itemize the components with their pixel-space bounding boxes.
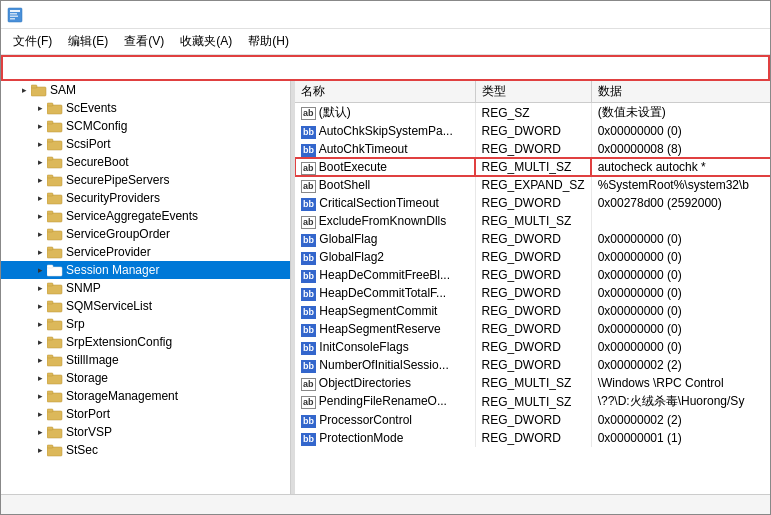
tree-item[interactable]: ▸ Storage [1,369,290,387]
tree-expand-btn[interactable]: ▸ [33,139,47,149]
folder-icon [47,353,63,367]
tree-pane[interactable]: ▸ SAM▸ ScEvents▸ SCMConfig▸ ScsiPort▸ Se… [1,81,291,494]
menu-item[interactable]: 查看(V) [116,31,172,52]
registry-row[interactable]: ab (默认)REG_SZ(数值未设置) [295,103,770,123]
menu-item[interactable]: 帮助(H) [240,31,297,52]
registry-row[interactable]: bb HeapSegmentReserveREG_DWORD0x00000000… [295,320,770,338]
registry-row[interactable]: ab ObjectDirectoriesREG_MULTI_SZ\Windows… [295,374,770,392]
status-bar [1,494,770,514]
tree-expand-btn[interactable]: ▸ [33,283,47,293]
tree-item[interactable]: ▸ ServiceProvider [1,243,290,261]
registry-cell-type: REG_DWORD [475,302,591,320]
tree-expand-btn[interactable]: ▸ [33,337,47,347]
tree-expand-btn[interactable]: ▸ [33,445,47,455]
tree-item[interactable]: ▸ StSec [1,441,290,459]
registry-row[interactable]: bb CriticalSectionTimeoutREG_DWORD0x0027… [295,194,770,212]
registry-row[interactable]: bb InitConsoleFlagsREG_DWORD0x00000000 (… [295,338,770,356]
svg-rect-30 [47,301,53,304]
col-name[interactable]: 名称 [295,81,475,103]
registry-row[interactable]: bb HeapDeCommitTotalF...REG_DWORD0x00000… [295,284,770,302]
tree-item[interactable]: ▸ SecurityProviders [1,189,290,207]
tree-item[interactable]: ▸ StorPort [1,405,290,423]
tree-item[interactable]: ▸ SecureBoot [1,153,290,171]
folder-icon [47,443,63,457]
tree-expand-btn[interactable]: ▸ [33,211,47,221]
col-data[interactable]: 数据 [591,81,770,103]
registry-row[interactable]: bb GlobalFlagREG_DWORD0x00000000 (0) [295,230,770,248]
registry-row[interactable]: bb ProtectionModeREG_DWORD0x00000001 (1) [295,429,770,447]
svg-rect-21 [47,231,62,240]
tree-item[interactable]: ▸ ScsiPort [1,135,290,153]
tree-expand-btn[interactable]: ▸ [33,193,47,203]
tree-item[interactable]: ▸ StorageManagement [1,387,290,405]
registry-cell-type: REG_DWORD [475,411,591,429]
tree-item[interactable]: ▸ SNMP [1,279,290,297]
tree-expand-btn[interactable]: ▸ [33,247,47,257]
svg-rect-33 [47,339,62,348]
registry-row[interactable]: bb ProcessorControlREG_DWORD0x00000002 (… [295,411,770,429]
tree-item[interactable]: ▸ SQMServiceList [1,297,290,315]
col-type[interactable]: 类型 [475,81,591,103]
tree-expand-btn[interactable]: ▸ [33,121,47,131]
tree-expand-btn[interactable]: ▸ [33,373,47,383]
reg-type-icon: bb [301,324,316,337]
svg-rect-18 [47,193,53,196]
tree-expand-btn[interactable]: ▸ [33,319,47,329]
registry-row[interactable]: bb HeapSegmentCommitREG_DWORD0x00000000 … [295,302,770,320]
tree-item[interactable]: ▸ Srp [1,315,290,333]
registry-cell-data: 0x00000000 (0) [591,266,770,284]
menu-item[interactable]: 编辑(E) [60,31,116,52]
tree-expand-btn[interactable]: ▸ [33,301,47,311]
registry-row[interactable]: bb AutoChkTimeoutREG_DWORD0x00000008 (8) [295,140,770,158]
tree-expand-btn[interactable]: ▸ [33,427,47,437]
registry-row[interactable]: ab BootExecuteREG_MULTI_SZautocheck auto… [295,158,770,176]
tree-item[interactable]: ▸ SrpExtensionConfig [1,333,290,351]
tree-expand-btn[interactable]: ▸ [33,229,47,239]
main-window: 文件(F)编辑(E)查看(V)收藏夹(A)帮助(H) ▸ SAM▸ ScEven… [0,0,771,515]
tree-item[interactable]: ▸ StillImage [1,351,290,369]
menu-item[interactable]: 收藏夹(A) [172,31,240,52]
svg-rect-7 [47,105,62,114]
registry-row[interactable]: bb AutoChkSkipSystemPa...REG_DWORD0x0000… [295,122,770,140]
tree-expand-btn[interactable]: ▸ [33,175,47,185]
tree-expand-btn[interactable]: ▸ [17,85,31,95]
registry-cell-data: 0x00000002 (2) [591,356,770,374]
minimize-button[interactable] [682,5,708,25]
tree-item[interactable]: ▸ ServiceAggregateEvents [1,207,290,225]
registry-cell-name: bb HeapDeCommitTotalF... [295,284,475,302]
menu-item[interactable]: 文件(F) [5,31,60,52]
tree-item[interactable]: ▸ SCMConfig [1,117,290,135]
tree-expand-btn[interactable]: ▸ [33,409,47,419]
registry-cell-type: REG_DWORD [475,122,591,140]
close-button[interactable] [738,5,764,25]
svg-rect-1 [10,10,20,12]
tree-expand-btn[interactable]: ▸ [33,265,47,275]
registry-row[interactable]: bb HeapDeCommitFreeBl...REG_DWORD0x00000… [295,266,770,284]
maximize-button[interactable] [710,5,736,25]
svg-rect-22 [47,229,53,232]
tree-item[interactable]: ▸ Session Manager [1,261,290,279]
tree-item-label: StillImage [66,353,119,367]
folder-icon [47,407,63,421]
tree-item[interactable]: ▸ SecurePipeServers [1,171,290,189]
folder-icon [47,119,63,133]
registry-cell-type: REG_DWORD [475,284,591,302]
registry-row[interactable]: bb NumberOfInitialSessio...REG_DWORD0x00… [295,356,770,374]
registry-row[interactable]: ab PendingFileRenameO...REG_MULTI_SZ\??\… [295,392,770,411]
tree-expand-btn[interactable]: ▸ [33,157,47,167]
tree-item[interactable]: ▸ ServiceGroupOrder [1,225,290,243]
registry-cell-type: REG_DWORD [475,338,591,356]
registry-row[interactable]: ab BootShellREG_EXPAND_SZ%SystemRoot%\sy… [295,176,770,194]
folder-icon [47,155,63,169]
registry-row[interactable]: bb GlobalFlag2REG_DWORD0x00000000 (0) [295,248,770,266]
folder-icon [47,227,63,241]
registry-cell-type: REG_SZ [475,103,591,123]
tree-expand-btn[interactable]: ▸ [33,391,47,401]
tree-item[interactable]: ▸ StorVSP [1,423,290,441]
tree-expand-btn[interactable]: ▸ [33,355,47,365]
tree-item[interactable]: ▸ ScEvents [1,99,290,117]
registry-pane[interactable]: 名称 类型 数据 ab (默认)REG_SZ(数值未设置)bb AutoChkS… [295,81,770,494]
tree-expand-btn[interactable]: ▸ [33,103,47,113]
registry-row[interactable]: ab ExcludeFromKnownDllsREG_MULTI_SZ [295,212,770,230]
tree-item[interactable]: ▸ SAM [1,81,290,99]
